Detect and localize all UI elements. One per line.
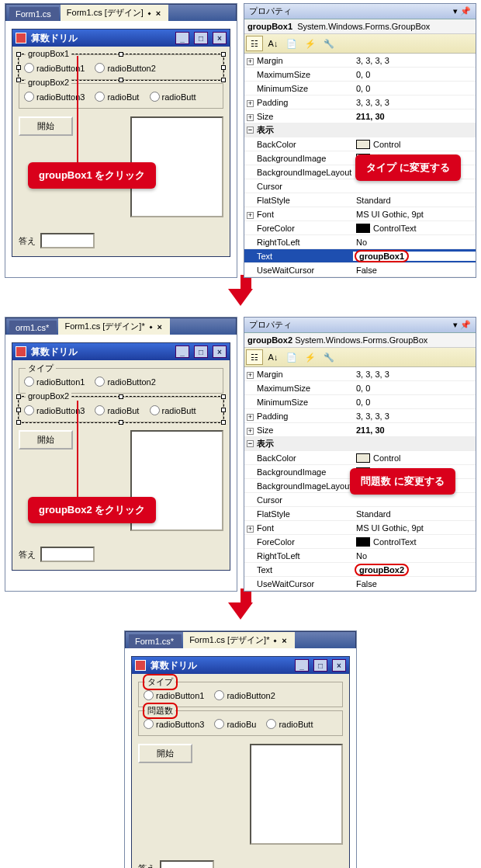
radio-button-4[interactable]: radioBut	[95, 92, 139, 102]
groupbox1-legend: タイプ	[145, 676, 175, 688]
pin-icon[interactable]: ▾ 📌	[453, 320, 471, 330]
radio-button-1[interactable]: radioButton1	[24, 63, 85, 73]
form-icon	[135, 660, 146, 671]
alphabetical-icon[interactable]: A↓	[265, 36, 282, 51]
alphabetical-icon[interactable]: A↓	[265, 349, 282, 365]
radio-button-5[interactable]: radioButt	[150, 92, 196, 102]
properties-icon[interactable]: 📄	[283, 36, 300, 51]
close-button[interactable]: ×	[213, 32, 227, 44]
output-listbox[interactable]	[250, 744, 343, 845]
groupbox1-legend: groupBox1	[26, 49, 71, 58]
designer-window-2: orm1.cs* Form1.cs [デザイン]* ▪ × 算数ドリル _ □ …	[5, 317, 237, 592]
maximize-button[interactable]: □	[313, 659, 327, 672]
text-property-row[interactable]: TextgroupBox2	[244, 563, 476, 577]
collapse-icon[interactable]: −	[247, 127, 254, 134]
minimize-button[interactable]: _	[295, 659, 309, 672]
tab-design[interactable]: Form1.cs [デザイン] ▪ ×	[61, 5, 168, 21]
radio-button-2[interactable]: radioButton2	[95, 377, 155, 387]
radio-button-4[interactable]: radioBut	[95, 405, 139, 415]
properties-pane-1: プロパティ ▾ 📌 groupBox1 System.Windows.Forms…	[244, 3, 476, 278]
properties-object[interactable]: groupBox2 System.Windows.Forms.GroupBox	[244, 333, 476, 348]
radio-button-1[interactable]: radioButton1	[24, 377, 85, 387]
designer-window-1: Form1.cs Form1.cs [デザイン] ▪ × 算数ドリル _ □ ×	[5, 3, 237, 278]
groupbox1[interactable]: groupBox1 radioButton1 radioButton2	[19, 54, 223, 80]
properties-pane-2: プロパティ▾ 📌 groupBox2 System.Windows.Forms.…	[244, 317, 476, 592]
step3-row: Form1.cs* Form1.cs [デザイン]* ▪ × 算数ドリル _ □…	[124, 630, 357, 868]
callout-click-groupbox1: groupBox1 をクリック	[28, 162, 156, 189]
close-icon[interactable]: ×	[282, 636, 286, 645]
radio-button-5[interactable]: radioButt	[150, 405, 196, 415]
tab-design[interactable]: Form1.cs [デザイン]* ▪ ×	[58, 318, 170, 335]
properties-icon[interactable]: 📄	[283, 349, 300, 365]
events-icon[interactable]: ⚡	[302, 349, 319, 365]
callout-change-count: 問題数 に変更する	[350, 468, 455, 495]
radio-button-1[interactable]: radioButton1	[144, 690, 204, 700]
groupbox2-legend: groupBox2	[26, 391, 71, 401]
answer-textbox[interactable]	[40, 547, 95, 562]
properties-object[interactable]: groupBox1 System.Windows.Forms.GroupBox	[244, 19, 476, 34]
radio-button-3[interactable]: radioButton3	[24, 405, 85, 415]
form-icon	[16, 33, 26, 43]
designer-window-3: Form1.cs* Form1.cs [デザイン]* ▪ × 算数ドリル _ □…	[124, 630, 357, 868]
callout-change-type: タイプ に変更する	[355, 155, 461, 181]
close-button[interactable]: ×	[213, 345, 227, 358]
form-title: 算数ドリル	[151, 659, 197, 672]
expand-icon[interactable]: +	[247, 114, 254, 121]
groupbox2-legend: groupBox2	[26, 78, 71, 87]
groupbox2[interactable]: groupBox2 radioButton3 radioBut radioBut…	[19, 83, 223, 109]
close-icon[interactable]: ×	[157, 322, 162, 332]
color-swatch	[356, 140, 370, 149]
text-property-row[interactable]: TextgroupBox1	[244, 249, 476, 263]
form-title: 算数ドリル	[31, 345, 78, 359]
categorized-icon[interactable]: ☷	[246, 36, 263, 51]
groupbox2[interactable]: groupBox2 radioButton3 radioBut radioBut…	[19, 397, 223, 422]
step1-row: Form1.cs Form1.cs [デザイン] ▪ × 算数ドリル _ □ ×	[5, 3, 476, 278]
close-button[interactable]: ×	[332, 659, 346, 672]
events-icon[interactable]: ⚡	[302, 36, 319, 51]
color-swatch	[356, 224, 370, 233]
groupbox2-legend: 問題数	[145, 705, 175, 717]
radio-button-2[interactable]: radioButton2	[214, 690, 275, 700]
pin-icon[interactable]: ▪	[145, 9, 154, 17]
form-titlebar: 算数ドリル _ □ ×	[12, 30, 230, 47]
radio-button-3[interactable]: radioButton3	[144, 719, 204, 729]
tab-code[interactable]: Form1.cs	[9, 7, 59, 21]
expand-icon[interactable]: +	[247, 100, 254, 107]
tab-design[interactable]: Form1.cs [デザイン]* ▪ ×	[183, 632, 295, 648]
categorized-icon[interactable]: ☷	[246, 349, 263, 365]
answer-label: 答え	[19, 235, 36, 247]
tab-code[interactable]: Form1.cs*	[129, 634, 182, 648]
expand-icon[interactable]: +	[247, 212, 254, 219]
maximize-button[interactable]: □	[194, 345, 208, 358]
answer-textbox[interactable]	[40, 233, 95, 248]
properties-title: プロパティ ▾ 📌	[244, 4, 476, 19]
wrench-icon[interactable]: 🔧	[320, 36, 337, 51]
radio-button-5[interactable]: radioButt	[266, 719, 313, 729]
step2-row: orm1.cs* Form1.cs [デザイン]* ▪ × 算数ドリル _ □ …	[5, 317, 476, 592]
groupbox1-legend: タイプ	[26, 363, 56, 374]
groupbox2[interactable]: 問題数 radioButton3 radioBu radioButt	[138, 710, 343, 736]
vs-tab-strip: Form1.cs Form1.cs [デザイン] ▪ ×	[5, 4, 237, 21]
groupbox1[interactable]: タイプ radioButton1 radioButton2	[19, 368, 223, 394]
wrench-icon[interactable]: 🔧	[320, 349, 337, 365]
pin-icon[interactable]: ▪	[272, 636, 280, 644]
form-preview: 算数ドリル _ □ × groupBox1 radioButton1 radio…	[12, 29, 230, 257]
radio-button-3[interactable]: radioButton3	[24, 92, 85, 102]
start-button[interactable]: 開始	[19, 116, 73, 136]
minimize-button[interactable]: _	[175, 345, 189, 358]
maximize-button[interactable]: □	[194, 32, 208, 44]
flow-arrow-icon	[228, 289, 253, 306]
tab-code[interactable]: orm1.cs*	[9, 321, 57, 335]
minimize-button[interactable]: _	[175, 32, 189, 44]
form-title: 算数ドリル	[31, 32, 78, 45]
answer-textbox[interactable]	[160, 860, 214, 868]
pin-icon[interactable]: ▪	[147, 322, 155, 331]
radio-button-4[interactable]: radioBu	[214, 719, 256, 729]
close-icon[interactable]: ×	[156, 9, 161, 18]
groupbox1[interactable]: タイプ radioButton1 radioButton2	[138, 682, 343, 707]
pin-icon[interactable]: ▾ 📌	[453, 6, 471, 16]
start-button[interactable]: 開始	[19, 430, 73, 450]
start-button[interactable]: 開始	[138, 744, 192, 763]
expand-icon[interactable]: +	[247, 58, 254, 65]
radio-button-2[interactable]: radioButton2	[95, 63, 155, 73]
